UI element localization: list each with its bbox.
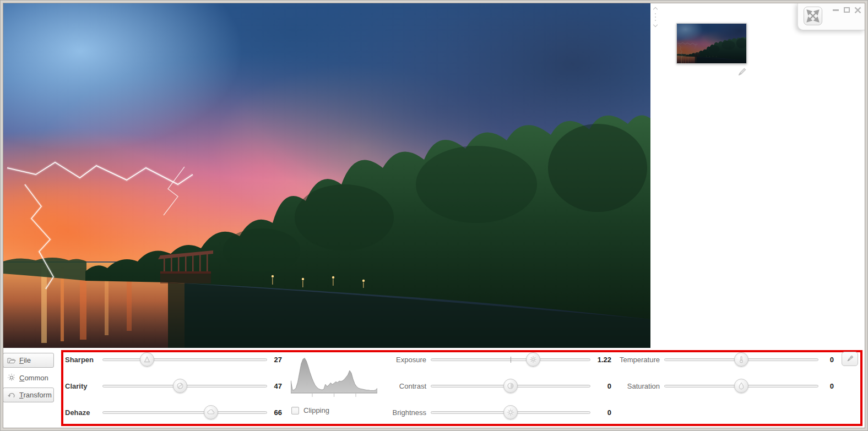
contrast-half-circle-icon: [506, 381, 515, 390]
sharpen-value: 27: [267, 356, 282, 364]
brightness-label: Brightness: [389, 408, 426, 417]
minimize-button[interactable]: [831, 6, 841, 14]
clarity-swirl-icon: [176, 381, 185, 390]
slider-column-left: Sharpen 27 Clarity: [65, 348, 282, 428]
exposure-slider[interactable]: [431, 352, 590, 367]
edit-pencil-icon[interactable]: [737, 67, 747, 77]
sharpen-label: Sharpen: [65, 356, 98, 364]
image-canvas[interactable]: [3, 3, 650, 348]
maximize-icon: [844, 7, 850, 13]
folder-open-icon: [7, 357, 16, 364]
sun-adjust-icon: [7, 373, 16, 382]
sharpen-track[interactable]: [102, 358, 267, 361]
saturation-slider-thumb[interactable]: [734, 379, 748, 393]
sharpen-slider-thumb[interactable]: [140, 352, 154, 367]
saturation-label: Saturation: [616, 382, 660, 390]
temperature-value: 0: [818, 356, 834, 364]
clarity-value: 47: [267, 382, 282, 390]
thermometer-icon: [737, 355, 746, 364]
temperature-row: Temperature 0: [616, 352, 834, 367]
histogram: [291, 353, 377, 402]
window-control-card: [798, 3, 865, 30]
contrast-label: Contrast: [389, 382, 426, 390]
adjustments-panel: File Common Transform: [3, 348, 865, 428]
droplet-icon: [737, 381, 746, 390]
clipping-label: Clipping: [303, 406, 329, 414]
clarity-slider[interactable]: [102, 378, 267, 394]
sharpen-slider[interactable]: [102, 352, 267, 367]
dehaze-slider-thumb[interactable]: [204, 405, 218, 419]
clarity-slider-thumb[interactable]: [173, 379, 187, 393]
exposure-row: Exposure: [389, 352, 611, 367]
brightness-slider[interactable]: [431, 405, 590, 420]
thumbnail-darken-overlay: [677, 24, 746, 63]
sidebar-item-label: File: [19, 356, 31, 364]
close-icon: [854, 7, 861, 14]
saturation-slider[interactable]: [664, 378, 818, 394]
chevron-up-icon: [653, 7, 658, 12]
photo-thumbnail[interactable]: [676, 23, 747, 64]
brightness-slider-thumb[interactable]: [503, 405, 518, 419]
exposure-track[interactable]: [431, 358, 590, 361]
clarity-label: Clarity: [65, 382, 98, 390]
clarity-row: Clarity 47: [65, 378, 282, 394]
white-balance-eyedropper-button[interactable]: [842, 352, 858, 366]
expand-arrows-icon: [804, 7, 822, 25]
close-button[interactable]: [853, 6, 863, 14]
sidebar-item-file[interactable]: File: [3, 353, 54, 368]
dehaze-slider[interactable]: [102, 405, 267, 420]
temperature-slider[interactable]: [664, 352, 818, 367]
clipping-checkbox[interactable]: [291, 407, 299, 414]
panel-splitter-handle[interactable]: [652, 8, 659, 26]
grip-dot: [655, 13, 656, 14]
dehaze-row: Dehaze 66: [65, 405, 282, 420]
exposure-slider-thumb[interactable]: [526, 352, 540, 367]
sharpen-row: Sharpen 27: [65, 352, 282, 367]
saturation-row: Saturation 0: [616, 378, 834, 394]
sidebar-item-label: Transform: [19, 391, 52, 399]
dehaze-cloud-icon: [207, 408, 215, 417]
chevron-down-icon: [653, 23, 658, 27]
minimize-icon: [833, 9, 839, 11]
dehaze-track[interactable]: [102, 411, 267, 414]
sidebar-item-label: Common: [19, 374, 48, 382]
clipping-row: Clipping: [291, 406, 329, 414]
temperature-label: Temperature: [616, 356, 660, 364]
eyedropper-icon: [845, 354, 854, 363]
contrast-slider-thumb[interactable]: [503, 379, 518, 393]
brightness-sun-icon: [506, 408, 515, 417]
exposure-label: Exposure: [389, 356, 426, 364]
saturation-value: 0: [818, 382, 834, 390]
temperature-slider-thumb[interactable]: [734, 352, 748, 367]
fullscreen-button[interactable]: [804, 7, 822, 25]
maximize-button[interactable]: [842, 6, 852, 14]
undo-arrow-icon: [7, 391, 16, 399]
aperture-icon: [529, 355, 538, 364]
sharpen-triangle-icon: [143, 355, 151, 364]
contrast-value: 0: [590, 382, 611, 390]
dehaze-label: Dehaze: [65, 408, 98, 417]
sidebar-item-transform[interactable]: Transform: [3, 388, 54, 402]
dehaze-value: 66: [267, 408, 282, 417]
histogram-area: [291, 358, 377, 393]
slider-column-right: Temperature 0 Saturation: [616, 348, 834, 428]
contrast-slider[interactable]: [431, 378, 590, 394]
brightness-value: 0: [590, 408, 611, 417]
slider-column-middle: Exposure: [389, 348, 611, 428]
exposure-value: 1.22: [590, 356, 611, 364]
sidebar-item-common[interactable]: Common: [3, 370, 48, 385]
contrast-row: Contrast 0: [389, 378, 611, 394]
sunset-lake-photo: [3, 3, 650, 348]
brightness-row: Brightness: [389, 405, 611, 420]
grip-dot: [655, 20, 656, 21]
grip-dot: [655, 17, 656, 18]
